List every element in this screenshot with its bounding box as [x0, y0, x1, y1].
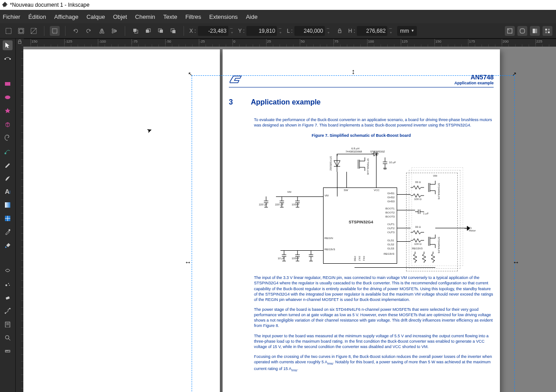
canvas[interactable]: ↖ ↕ ↗ ↔ ↔ ➤ AN5748 Application example 3… [23, 47, 556, 392]
menu-objet[interactable]: Objet [113, 13, 127, 20]
3dbox-tool-icon[interactable] [3, 119, 13, 129]
lpe-tool-icon[interactable] [3, 319, 13, 329]
y-label: Y : [238, 28, 245, 34]
svg-rect-14 [338, 30, 341, 33]
text-tool-icon[interactable]: A| [3, 187, 13, 196]
gradient-tool-icon[interactable] [3, 200, 13, 210]
select-all-icon[interactable] [4, 26, 13, 36]
h-label: H : [348, 28, 355, 34]
node-tool-icon[interactable] [3, 54, 13, 64]
page-left [23, 49, 220, 392]
toggle-bbox-icon[interactable] [50, 26, 60, 36]
schematic-figure: STSPIN32G4 SW VCC VM REGIN REG3V3 GHS1 G… [245, 140, 478, 275]
st-logo-icon [229, 75, 242, 84]
ellipse-tool-icon[interactable] [3, 92, 13, 102]
section-number: 3 [229, 98, 233, 106]
svg-line-4 [31, 28, 36, 34]
tool-options-bar: X : ─＋ Y : ─＋ L : ─＋ H : ─＋ mm▼ [0, 23, 556, 39]
calligraphy-tool-icon[interactable] [3, 173, 13, 183]
y-input[interactable] [246, 26, 277, 36]
svg-rect-19 [545, 29, 547, 30]
ruler-horizontal[interactable]: 150 -125 -100 -75 -50 -25 0 25 50 75 100… [23, 39, 556, 47]
x-spin[interactable]: ─＋ [230, 26, 235, 36]
x-label: X : [189, 28, 196, 34]
selector-tool-icon[interactable] [3, 40, 13, 50]
svg-rect-22 [548, 31, 550, 33]
svg-rect-37 [6, 296, 10, 300]
handle-ne[interactable]: ↗ [511, 71, 517, 77]
w-input[interactable] [294, 26, 325, 36]
svg-rect-23 [4, 58, 6, 60]
h-input[interactable] [357, 26, 387, 36]
paragraph-1: To evaluate the performance of the Buck-… [254, 117, 494, 128]
flip-h-icon[interactable] [97, 26, 107, 36]
menu-filtres[interactable]: Filtres [185, 13, 201, 20]
raise-top-icon[interactable] [131, 26, 140, 36]
zoom-tool-icon[interactable] [3, 333, 13, 343]
rotate-ccw-icon[interactable] [71, 26, 81, 36]
paragraph-5: Focusing on the crossing of the two curv… [254, 354, 494, 373]
menu-texte[interactable]: Texte [163, 13, 177, 20]
svg-point-34 [5, 284, 7, 286]
spray-tool-icon[interactable] [3, 279, 13, 289]
pencil-tool-icon[interactable] [3, 160, 13, 170]
menu-extensions[interactable]: Extensions [209, 13, 238, 20]
dropper-tool-icon[interactable] [3, 227, 13, 237]
y-spin[interactable]: ─＋ [279, 26, 283, 36]
svg-rect-21 [545, 31, 547, 33]
deselect-icon[interactable] [29, 26, 39, 36]
x-input[interactable] [198, 26, 228, 36]
eraser-tool-icon[interactable] [3, 292, 13, 302]
measure-tool-icon[interactable] [3, 346, 13, 356]
svg-rect-24 [9, 58, 11, 60]
connector-tool-icon[interactable] [3, 306, 13, 316]
menu-chemin[interactable]: Chemin [135, 13, 155, 20]
menu-fichier[interactable]: Fichier [3, 13, 20, 20]
select-layers-icon[interactable] [16, 26, 26, 36]
guide-lock-icon[interactable] [16, 39, 24, 45]
lower-bottom-icon[interactable] [168, 26, 178, 36]
svg-point-38 [5, 313, 6, 314]
paragraph-4: The input power to the board was measure… [254, 333, 494, 349]
rect-tool-icon[interactable] [3, 79, 13, 89]
menu-aide[interactable]: Aide [246, 13, 258, 20]
affect-corners-icon[interactable] [517, 26, 527, 36]
figure7-caption: Figure 7. Simplified schematic of Buck-B… [229, 133, 494, 138]
svg-point-39 [9, 308, 11, 309]
affect-pattern-icon[interactable] [543, 26, 552, 36]
rotate-cw-icon[interactable] [83, 26, 93, 36]
handle-e[interactable]: ↔ [513, 259, 519, 266]
svg-line-44 [9, 339, 10, 340]
svg-rect-16 [520, 29, 525, 33]
svg-point-32 [9, 229, 10, 231]
menu-affichage[interactable]: Affichage [54, 13, 79, 20]
raise-icon[interactable] [143, 26, 153, 36]
menu-edition[interactable]: Édition [28, 13, 46, 20]
svg-rect-20 [548, 29, 550, 30]
svg-point-43 [5, 335, 9, 339]
mesh-tool-icon[interactable] [3, 213, 13, 223]
svg-rect-28 [5, 202, 10, 208]
paintbucket-tool-icon[interactable] [3, 240, 13, 250]
svg-rect-2 [19, 29, 23, 33]
w-spin[interactable]: ─＋ [327, 26, 331, 36]
star-tool-icon[interactable] [3, 106, 13, 116]
svg-rect-18 [533, 29, 535, 33]
unit-select[interactable]: mm▼ [397, 26, 417, 36]
tweak-tool-icon[interactable] [3, 266, 13, 275]
w-label: L : [287, 28, 293, 34]
affect-stroke-icon[interactable] [505, 26, 515, 36]
flip-v-icon[interactable] [109, 26, 119, 36]
lock-aspect-icon[interactable] [335, 26, 345, 36]
lower-icon[interactable] [156, 26, 166, 36]
handle-nw[interactable]: ↖ [187, 71, 193, 77]
bezier-tool-icon[interactable] [3, 146, 13, 156]
handle-w[interactable]: ↔ [185, 259, 191, 266]
h-spin[interactable]: ─＋ [389, 26, 394, 36]
spiral-tool-icon[interactable] [3, 133, 13, 143]
affect-gradient-icon[interactable] [530, 26, 540, 36]
menu-calque[interactable]: Calque [87, 13, 105, 20]
ruler-vertical[interactable] [15, 39, 23, 392]
window-title: *Nouveau document 1 - Inkscape [10, 2, 89, 8]
doc-subtitle: Application example [454, 81, 494, 85]
